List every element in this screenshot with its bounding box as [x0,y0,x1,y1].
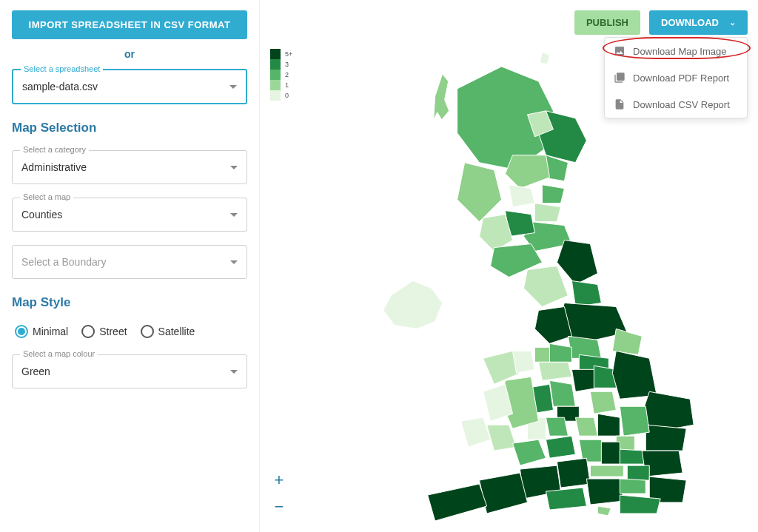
radio-minimal[interactable]: Minimal [15,325,68,338]
region-stirling[interactable] [509,185,535,207]
region-buckinghamshire[interactable] [601,442,620,464]
region-cornwall[interactable] [428,484,487,521]
category-select-value: Administrative [21,161,87,173]
download-button[interactable]: DOWNLOAD ⌄ [649,10,748,35]
boundary-select-placeholder: Select a Boundary [21,256,106,268]
map-panel: PUBLISH DOWNLOAD ⌄ Download Map Image Do… [259,0,758,532]
chevron-down-icon [230,260,238,264]
region-carmarthenshire[interactable] [487,425,517,451]
region-conwy[interactable] [513,351,535,373]
legend-swatch [270,80,281,90]
download-map-image-item[interactable]: Download Map Image [605,38,747,64]
region-suffolk[interactable] [645,425,686,451]
chevron-down-icon: ⌄ [729,18,736,27]
map-legend: 5+ 3 2 1 0 [270,49,292,101]
spreadsheet-select-label: Select a spreadsheet [21,64,103,73]
map-style-title: Map Style [12,295,247,310]
spreadsheet-select[interactable]: Select a spreadsheet sample-data.csv [12,69,247,104]
zoom-in-button[interactable]: + [270,471,288,489]
radio-satellite-label: Satellite [158,326,195,337]
map-style-radio-group: Minimal Street Satellite [12,319,247,341]
or-label: or [12,48,247,60]
map-select-label: Select a map [20,192,73,201]
download-pdf-label: Download PDF Report [633,73,729,84]
region-northumberland[interactable] [557,240,597,285]
zoom-out-button[interactable]: − [270,498,288,516]
legend-value: 0 [285,90,292,101]
publish-button[interactable]: PUBLISH [574,10,640,35]
download-button-label: DOWNLOAD [661,17,719,28]
legend-swatch [270,90,281,101]
chevron-down-icon [229,85,237,89]
region-northamptonshire[interactable] [597,414,620,436]
region-worcestershire[interactable] [546,417,568,436]
category-select[interactable]: Select a category Administrative [12,150,247,184]
region-perth[interactable] [506,155,550,189]
download-csv-item[interactable]: Download CSV Report [605,91,747,118]
radio-street[interactable]: Street [81,325,127,338]
category-select-label: Select a category [20,145,89,154]
region-pembrokeshire[interactable] [461,417,491,447]
download-csv-label: Download CSV Report [633,99,730,110]
region-orkney[interactable] [540,52,549,64]
region-dorset[interactable] [546,488,586,510]
legend-swatch [270,70,281,80]
region-warwickshire[interactable] [575,417,597,436]
spreadsheet-select-value: sample-data.csv [22,81,98,92]
pdf-icon [614,72,625,84]
colour-select-value: Green [21,366,50,377]
region-merseyside[interactable] [534,347,549,362]
region-northern-ireland[interactable] [383,281,443,329]
region-cheshire[interactable] [538,362,571,380]
colour-select[interactable]: Select a map colour Green [12,354,247,388]
region-cumbria[interactable] [524,266,568,307]
region-devon[interactable] [480,473,528,514]
sidebar: IMPORT SPREADSHEET IN CSV FORMAT or Sele… [0,0,259,532]
legend-value: 2 [285,70,292,80]
radio-minimal-label: Minimal [33,326,68,337]
legend-swatch [270,49,281,59]
region-isle-of-wight[interactable] [597,506,611,516]
download-menu: Download Map Image Download PDF Report D… [604,37,748,118]
chevron-down-icon [230,370,238,374]
map-select[interactable]: Select a map Counties [12,198,247,232]
import-csv-button[interactable]: IMPORT SPREADSHEET IN CSV FORMAT [12,10,247,39]
region-fife[interactable] [542,185,564,203]
region-argyll[interactable] [457,163,502,222]
radio-street-label: Street [99,326,127,337]
region-cambridgeshire[interactable] [620,406,649,436]
image-icon [614,45,625,57]
region-surrey[interactable] [620,479,645,494]
legend-value: 5+ [285,49,292,59]
region-lothian[interactable] [534,203,560,222]
legend-value: 1 [285,80,292,90]
chevron-down-icon [230,213,238,217]
chevron-down-icon [230,166,238,169]
legend-value: 3 [285,59,292,70]
file-icon [614,98,625,110]
region-durham[interactable] [571,281,601,307]
legend-swatch [270,59,281,70]
radio-satellite[interactable]: Satellite [141,325,195,338]
region-glamorgan[interactable] [513,440,546,465]
map-select-value: Counties [21,209,62,220]
region-hampshire[interactable] [586,479,623,505]
download-map-image-label: Download Map Image [633,46,726,57]
download-pdf-item[interactable]: Download PDF Report [605,64,747,91]
region-wiltshire[interactable] [557,458,590,488]
region-greater-manchester[interactable] [549,343,571,362]
colour-select-label: Select a map colour [20,349,98,358]
region-berkshire[interactable] [590,465,623,477]
boundary-select[interactable]: Select a Boundary [12,245,247,279]
region-gloucestershire[interactable] [546,436,575,458]
region-sussex[interactable] [620,495,660,514]
region-greater-london[interactable] [627,465,649,480]
region-staffordshire[interactable] [549,380,575,406]
map-selection-title: Map Selection [12,121,247,135]
region-outer-hebrides[interactable] [434,74,449,120]
region-leicestershire[interactable] [590,391,616,414]
